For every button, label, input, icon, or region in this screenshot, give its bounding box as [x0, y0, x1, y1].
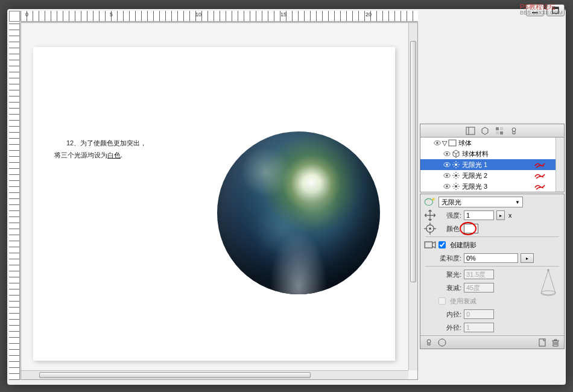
light-type-dropdown[interactable]: 无限光 ▼ [438, 197, 523, 207]
divider [425, 266, 559, 267]
use-falloff-checkbox [438, 297, 446, 305]
annotation-line1: 12、为了使颜色更加突出， [66, 138, 147, 150]
svg-point-31 [427, 340, 431, 343]
ruler-tick: 15 [280, 11, 286, 17]
cube-icon [452, 150, 460, 158]
scroll-thumb-v[interactable] [410, 41, 416, 282]
new-item-icon[interactable] [537, 338, 547, 347]
intensity-suffix: x [508, 212, 512, 219]
falloff-row: 衰减: [420, 281, 537, 294]
expand-toggle[interactable]: ▽ [442, 139, 448, 147]
ruler-horizontal: 0 5 10 15 20 [21, 11, 418, 22]
scene-panel: ▽ 球体 球体材料 无限光 1 无限 [420, 124, 565, 192]
shadow-checkbox[interactable] [438, 241, 446, 248]
intensity-input[interactable] [464, 210, 494, 220]
watermark: PS教程论坛 BBS.16XX8.COM [520, 3, 563, 16]
outer-row: 外径: [420, 321, 564, 334]
new-light-icon[interactable] [424, 197, 436, 207]
watermark-line2: BBS.16XX8.COM [520, 10, 563, 16]
red-annotation-mark [534, 171, 547, 180]
tree-label: 球体 [458, 139, 472, 148]
tree-scrollbar[interactable] [556, 138, 564, 192]
scene-tree: ▽ 球体 球体材料 无限光 1 无限 [420, 138, 564, 192]
slider-btn[interactable]: ▸ [496, 210, 505, 220]
softness-row: 柔和度: ▸ [420, 251, 564, 265]
svg-point-30 [547, 269, 549, 271]
camera-icon[interactable] [424, 239, 436, 250]
svg-point-23 [455, 185, 457, 188]
visibility-icon[interactable] [442, 149, 452, 159]
move-icon[interactable] [424, 210, 436, 221]
scene-panel-tabs [420, 124, 564, 138]
light-properties-panel: 无限光 ▼ 强度: ▸ x 颜色: [420, 194, 565, 349]
dropdown-value: 无限光 [442, 198, 461, 207]
color-label: 颜色: [438, 224, 461, 233]
tree-root-sphere[interactable]: ▽ 球体 [420, 138, 564, 148]
svg-rect-8 [500, 131, 503, 134]
tree-item-material[interactable]: 球体材料 [420, 148, 564, 159]
tree-item-light-2[interactable]: 无限光 2 [420, 170, 564, 181]
document-canvas[interactable]: 12、为了使颜色更加突出， 将三个光源均设为白色. [33, 47, 395, 361]
visibility-icon[interactable] [432, 138, 442, 148]
use-falloff-label: 使用衰减 [450, 297, 476, 306]
tree-item-light-3[interactable]: 无限光 3 [420, 181, 564, 192]
ruler-tick: 5 [110, 11, 113, 17]
cone-diagram [537, 268, 559, 298]
delete-icon[interactable] [551, 338, 560, 347]
aim-icon[interactable] [424, 223, 436, 234]
svg-point-11 [436, 142, 438, 144]
shadow-label: 创建阴影 [450, 241, 476, 250]
scroll-thumb-h[interactable] [39, 372, 311, 378]
light-icon [452, 160, 460, 169]
canvas-area: 12、为了使颜色更加突出， 将三个光源均设为白色. [21, 22, 418, 380]
panel-stack: ▽ 球体 球体材料 无限光 1 无限 [420, 124, 565, 350]
color-row: 颜色: [420, 222, 564, 235]
svg-point-27 [429, 227, 431, 230]
inner-row: 内径: [420, 308, 564, 321]
softness-input[interactable] [464, 253, 518, 263]
tree-label: 无限光 2 [462, 171, 487, 180]
softness-label: 柔和度: [438, 254, 461, 263]
tab-material-icon[interactable] [495, 126, 504, 136]
tab-scene-icon[interactable] [466, 126, 475, 136]
annotation-text: 12、为了使颜色更加突出， 将三个光源均设为白色. [66, 138, 147, 162]
outer-label: 外径: [438, 323, 461, 332]
falloff-input [464, 283, 494, 292]
light-type-row: 无限光 ▼ [420, 195, 564, 209]
inner-input [464, 309, 494, 319]
color-swatch[interactable] [464, 224, 478, 233]
ruler-corner [9, 11, 20, 22]
shadow-row: 创建阴影 [420, 238, 564, 251]
tab-light-icon[interactable] [509, 126, 519, 136]
spotlight-section: 聚光: 衰减: 使用衰减 [420, 268, 564, 308]
ruler-tick: 0 [25, 11, 28, 17]
svg-point-20 [455, 174, 457, 177]
scrollbar-vertical[interactable] [408, 23, 417, 370]
earth-sphere-3d[interactable] [217, 131, 380, 294]
visibility-icon[interactable] [442, 171, 452, 180]
svg-point-17 [455, 163, 457, 166]
visibility-icon[interactable] [442, 182, 452, 191]
svg-point-9 [512, 128, 516, 131]
light-icon [452, 171, 460, 180]
svg-point-16 [446, 163, 448, 165]
tree-label: 球体材料 [462, 150, 489, 159]
tree-label: 无限光 3 [462, 182, 487, 191]
toggle-lights-icon[interactable] [424, 338, 434, 347]
svg-rect-33 [539, 339, 545, 346]
annotation-line2: 将三个光源均设为白色. [54, 150, 147, 162]
tab-mesh-icon[interactable] [480, 126, 490, 136]
divider [425, 236, 559, 237]
scrollbar-horizontal[interactable] [21, 370, 408, 379]
chevron-down-icon: ▼ [515, 200, 520, 205]
slider-btn[interactable]: ▸ [521, 253, 534, 263]
add-icon[interactable] [437, 338, 447, 347]
visibility-icon[interactable] [442, 160, 452, 169]
ruler-tick: 20 [366, 11, 372, 17]
outer-input [464, 323, 494, 332]
intensity-row: 强度: ▸ x [420, 209, 564, 222]
svg-point-32 [438, 339, 446, 346]
svg-point-22 [446, 185, 448, 187]
tree-item-light-1[interactable]: 无限光 1 [420, 159, 564, 170]
svg-point-14 [446, 153, 448, 154]
